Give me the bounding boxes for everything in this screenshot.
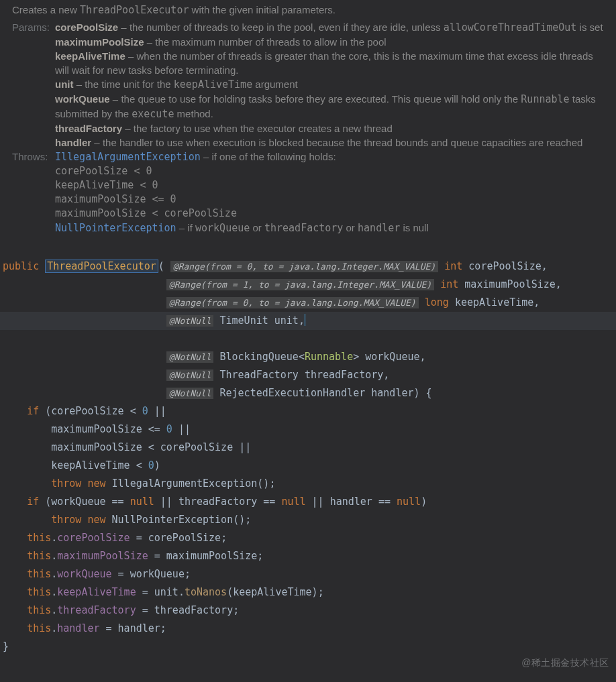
- throws-condition: keepAliveTime < 0: [55, 178, 604, 192]
- param-name: corePoolSize: [55, 21, 118, 33]
- exception-link[interactable]: IllegalArgumentException: [55, 151, 201, 163]
- code-line[interactable]: throw new NullPointerException();: [3, 514, 251, 526]
- code-line[interactable]: this.threadFactory = threadFactory;: [3, 604, 239, 616]
- code-line[interactable]: @NotNull RejectedExecutionHandler handle…: [3, 387, 432, 399]
- text: with the given initial parameters.: [189, 4, 335, 15]
- caret-icon: [305, 314, 305, 326]
- code-line[interactable]: @Range(from = 0, to = java.lang.Long.MAX…: [3, 296, 540, 308]
- code-line[interactable]: this.maximumPoolSize = maximumPoolSize;: [3, 550, 263, 562]
- annotation: @NotNull: [166, 315, 214, 327]
- code-line[interactable]: @NotNull ThreadFactory threadFactory,: [3, 369, 389, 381]
- code-line[interactable]: throw new IllegalArgumentException();: [3, 477, 275, 490]
- text: Creates a new: [12, 4, 80, 15]
- code-editor[interactable]: public ThreadPoolExecutor( @Range(from =…: [0, 239, 616, 663]
- throws-condition: maximumPoolSize < corePoolSize: [55, 207, 604, 221]
- code-line[interactable]: @NotNull BlockingQueue<Runnable> workQue…: [3, 351, 426, 363]
- label-params: Params:: [12, 20, 51, 34]
- exception-link[interactable]: NullPointerException: [55, 222, 176, 234]
- code-line[interactable]: keepAliveTime < 0): [3, 459, 160, 471]
- javadoc-summary: Creates a new ThreadPoolExecutor with th…: [12, 3, 604, 17]
- annotation: @Range(from = 0, to = java.lang.Integer.…: [170, 261, 438, 272]
- code-line[interactable]: if (corePoolSize < 0 ||: [3, 405, 166, 417]
- param-name: maximumPoolSize: [55, 36, 144, 48]
- annotation: @NotNull: [166, 370, 214, 381]
- annotation: @NotNull: [166, 351, 214, 363]
- code-line[interactable]: this.workQueue = workQueue;: [3, 568, 191, 580]
- code-line[interactable]: public ThreadPoolExecutor( @Range(from =…: [3, 260, 548, 272]
- code-line[interactable]: if (workQueue == null || threadFactory =…: [3, 496, 427, 508]
- code-line[interactable]: }: [3, 640, 9, 652]
- code-line[interactable]: @Range(from = 1, to = java.lang.Integer.…: [3, 278, 562, 290]
- annotation: @Range(from = 0, to = java.lang.Long.MAX…: [166, 297, 419, 308]
- code-inline: ThreadPoolExecutor: [80, 4, 189, 16]
- watermark-text: @稀土掘金技术社区: [521, 656, 609, 670]
- code-line[interactable]: this.handler = handler;: [3, 622, 166, 634]
- param-name: handler: [55, 137, 91, 148]
- code-line[interactable]: this.corePoolSize = corePoolSize;: [3, 532, 227, 544]
- throws-condition: corePoolSize < 0: [55, 164, 604, 178]
- param-name: workQueue: [55, 93, 110, 105]
- throws-condition: maximumPoolSize <= 0: [55, 192, 604, 207]
- constructor-name[interactable]: ThreadPoolExecutor: [47, 260, 156, 272]
- label-throws: Throws:: [12, 150, 51, 164]
- code-line[interactable]: maximumPoolSize < corePoolSize ||: [3, 441, 251, 453]
- code-line[interactable]: maximumPoolSize <= 0 ||: [3, 423, 191, 435]
- code-line[interactable]: this.keepAliveTime = unit.toNanos(keepAl…: [3, 586, 324, 598]
- param-name: unit: [55, 78, 74, 90]
- param-name: keepAliveTime: [55, 50, 125, 62]
- code-line-active[interactable]: @NotNull TimeUnit unit,: [0, 312, 616, 330]
- annotation: @Range(from = 1, to = java.lang.Integer.…: [166, 279, 434, 290]
- javadoc-params: Params: corePoolSize – the number of thr…: [12, 20, 604, 150]
- param-name: threadFactory: [55, 123, 122, 134]
- annotation: @NotNull: [166, 388, 214, 399]
- javadoc-block: Creates a new ThreadPoolExecutor with th…: [0, 0, 616, 239]
- javadoc-throws: Throws: IllegalArgumentException – if on…: [12, 150, 604, 235]
